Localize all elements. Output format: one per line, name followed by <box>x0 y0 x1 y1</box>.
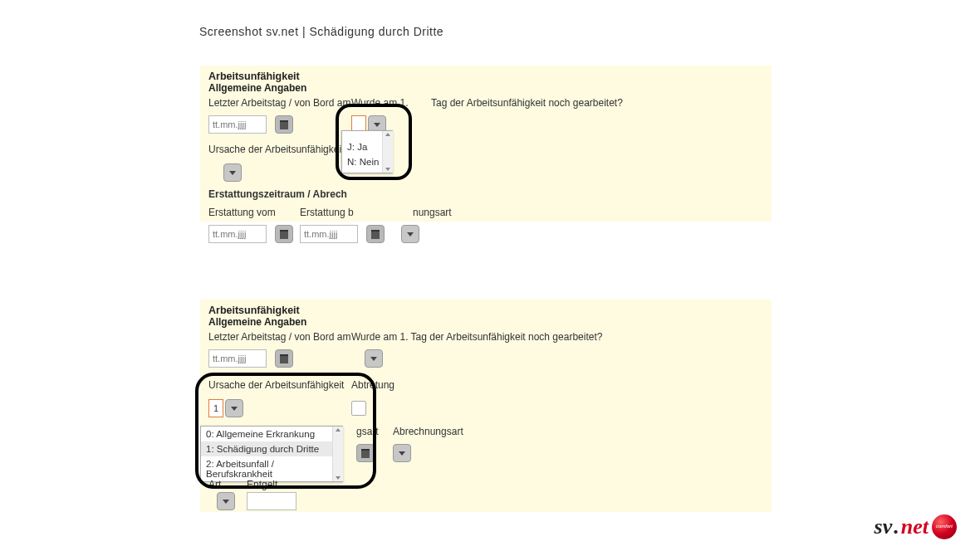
dropdown-option-0[interactable]: 0: Allgemeine Erkrankung <box>201 427 342 441</box>
section-refund-title: Erstattungszeitraum / Abrech <box>208 188 347 200</box>
dropdown-toggle-billing[interactable] <box>393 444 411 462</box>
dropdown-toggle-worked-first-day[interactable] <box>365 349 383 368</box>
logo-text-sv: sv <box>875 514 893 539</box>
subsection-title: Allgemeine Angaben <box>208 316 763 328</box>
dropdown-option-2[interactable]: 2: Arbeitsunfall / Berufskrankheit <box>201 456 342 481</box>
scrollbar[interactable] <box>332 427 343 481</box>
logo-badge-text: comfort <box>936 524 953 529</box>
panel-bottom: Arbeitsunfähigkeit Allgemeine Angaben Le… <box>199 299 772 513</box>
input-refund-to[interactable] <box>300 225 358 243</box>
calendar-icon[interactable] <box>275 349 293 368</box>
calendar-icon[interactable] <box>275 225 293 243</box>
label-billing: Abrechnungsart <box>393 426 463 437</box>
dropdown-option-1[interactable]: 1: Schädigung durch Dritte <box>201 441 342 456</box>
input-last-workday-date[interactable] <box>208 115 267 134</box>
label-assignment: Abtretung <box>351 379 394 391</box>
dropdown-toggle-art[interactable] <box>217 492 235 510</box>
label-entgelt: Entgelt <box>247 479 277 490</box>
label-refund-from: Erstattung vom <box>208 207 276 218</box>
input-last-workday-date[interactable] <box>208 349 267 368</box>
panel-top: Arbeitsunfähigkeit Allgemeine Angaben Le… <box>199 65 772 222</box>
input-entgelt[interactable] <box>247 492 296 510</box>
section-title: Arbeitsunfähigkeit <box>208 305 763 316</box>
label-cause: Ursache der Arbeitsunfähigkeit <box>208 144 344 155</box>
calendar-icon[interactable] <box>366 225 385 243</box>
logo-badge-icon: comfort <box>932 514 957 539</box>
label-billing-suffix: nungsart <box>413 207 452 218</box>
label-refund-to: Erstattung b <box>300 207 354 218</box>
label-worked-first-day-prefix: Wurde am 1. <box>351 97 408 109</box>
calendar-icon[interactable] <box>275 115 293 134</box>
dropdown-popup-cause: 0: Allgemeine Erkrankung 1: Schädigung d… <box>200 426 343 482</box>
label-gsart-suffix: gsart <box>356 426 379 437</box>
label-worked-first-day: Wurde am 1. Tag der Arbeitsunfähigkeit n… <box>351 331 602 343</box>
label-last-workday: Letzter Arbeitstag / von Bord am <box>208 97 350 109</box>
logo-text-net: net <box>901 514 929 539</box>
label-cause: Ursache der Arbeitsunfähigkeit <box>208 379 344 391</box>
label-last-workday: Letzter Arbeitstag / von Bord am <box>208 331 350 343</box>
checkbox-assignment[interactable] <box>351 401 366 416</box>
calendar-icon[interactable] <box>356 444 375 462</box>
subsection-title: Allgemeine Angaben <box>208 82 763 94</box>
section-title: Arbeitsunfähigkeit <box>208 71 763 82</box>
dropdown-toggle-cause[interactable] <box>225 399 243 417</box>
input-refund-from[interactable] <box>208 225 267 243</box>
logo-dot: . <box>894 514 899 539</box>
label-art: Art <box>208 479 221 490</box>
svnet-logo: sv.net comfort <box>875 514 957 539</box>
input-cause-value[interactable] <box>208 399 223 417</box>
dropdown-popup-worked-first-day: J: Ja N: Nein <box>341 130 393 173</box>
scrollbar[interactable] <box>382 131 393 173</box>
page-caption: Screenshot sv.net | Schädigung durch Dri… <box>199 25 443 38</box>
dropdown-toggle-cause[interactable] <box>223 163 242 182</box>
dropdown-toggle-billing[interactable] <box>401 225 419 243</box>
label-worked-first-day: Tag der Arbeitsunfähigkeit noch gearbeit… <box>431 97 623 109</box>
